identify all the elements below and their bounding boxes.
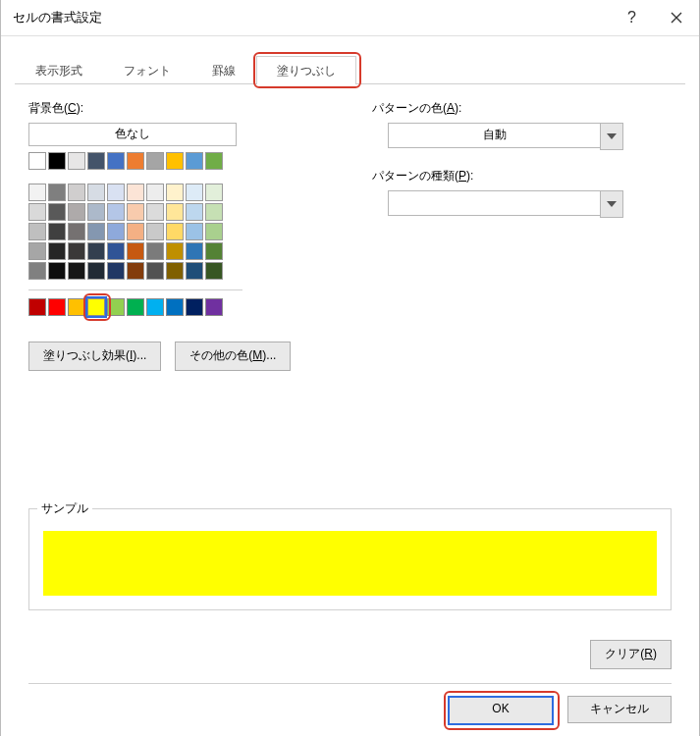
standard-color-swatch[interactable] — [127, 298, 144, 316]
pattern-type-value — [388, 190, 601, 216]
close-button[interactable] — [654, 0, 699, 35]
cancel-button[interactable]: キャンセル — [567, 696, 672, 723]
sample-preview — [43, 531, 657, 596]
standard-color-swatch[interactable] — [205, 298, 223, 316]
color-swatch[interactable] — [166, 242, 184, 260]
color-swatch[interactable] — [205, 223, 223, 240]
color-swatch[interactable] — [166, 184, 184, 201]
color-swatch[interactable] — [107, 152, 125, 170]
color-swatch[interactable] — [186, 242, 203, 260]
color-swatch[interactable] — [127, 203, 144, 221]
color-swatch[interactable] — [127, 262, 144, 280]
sample-section: サンプル — [28, 508, 672, 610]
help-button[interactable]: ? — [609, 0, 654, 35]
color-swatch[interactable] — [127, 184, 144, 201]
pattern-type-dropdown-button[interactable] — [600, 190, 623, 218]
tab-fill[interactable]: 塗りつぶし — [256, 56, 356, 84]
standard-color-swatch[interactable] — [107, 298, 125, 316]
color-swatch[interactable] — [48, 184, 66, 201]
color-swatch[interactable] — [68, 242, 85, 260]
no-color-button[interactable]: 色なし — [28, 123, 237, 146]
color-swatch[interactable] — [186, 152, 203, 170]
color-swatch[interactable] — [205, 262, 223, 280]
color-swatch[interactable] — [127, 242, 144, 260]
standard-color-swatch[interactable] — [68, 298, 85, 316]
color-swatch[interactable] — [87, 203, 105, 221]
color-swatch[interactable] — [146, 203, 164, 221]
background-color-section: 背景色(C): 色なし 塗りつぶし効果(I)... その他の色(M)... — [28, 100, 323, 371]
color-swatch[interactable] — [107, 203, 125, 221]
color-swatch[interactable] — [186, 203, 203, 221]
color-swatch[interactable] — [186, 184, 203, 201]
pattern-color-dropdown-button[interactable] — [600, 123, 623, 150]
color-swatch[interactable] — [68, 262, 85, 280]
pattern-color-label: パターンの色(A): — [372, 100, 672, 117]
standard-color-swatch[interactable] — [28, 298, 46, 316]
color-swatch[interactable] — [166, 203, 184, 221]
tab-border[interactable]: 罫線 — [191, 56, 256, 84]
standard-color-swatch[interactable] — [146, 298, 164, 316]
color-swatch[interactable] — [87, 242, 105, 260]
color-swatch[interactable] — [28, 242, 46, 260]
color-swatch[interactable] — [146, 262, 164, 280]
color-swatch[interactable] — [28, 223, 46, 240]
color-swatch[interactable] — [186, 262, 203, 280]
more-colors-button[interactable]: その他の色(M)... — [175, 342, 291, 371]
color-swatch[interactable] — [87, 152, 105, 170]
tab-strip: 表示形式 フォント 罫線 塗りつぶし — [15, 50, 685, 84]
color-swatch[interactable] — [28, 262, 46, 280]
color-swatch[interactable] — [107, 223, 125, 240]
fill-effects-button[interactable]: 塗りつぶし効果(I)... — [28, 342, 161, 371]
color-swatch[interactable] — [87, 223, 105, 240]
pattern-color-combo[interactable]: 自動 — [388, 123, 623, 150]
svg-text:?: ? — [627, 9, 636, 26]
pattern-type-label: パターンの種類(P): — [372, 168, 672, 184]
background-color-label: 背景色(C): — [28, 100, 323, 117]
color-swatch[interactable] — [68, 203, 85, 221]
tab-number-format[interactable]: 表示形式 — [15, 56, 103, 84]
color-swatch[interactable] — [166, 152, 184, 170]
pattern-type-combo[interactable] — [388, 190, 623, 218]
color-swatch[interactable] — [107, 184, 125, 201]
color-swatch[interactable] — [48, 152, 66, 170]
color-swatch[interactable] — [48, 242, 66, 260]
standard-color-swatch[interactable] — [48, 298, 66, 316]
color-swatch[interactable] — [68, 184, 85, 201]
color-swatch[interactable] — [48, 223, 66, 240]
color-swatch[interactable] — [146, 242, 164, 260]
color-swatch[interactable] — [68, 223, 85, 240]
tab-font[interactable]: フォント — [103, 56, 191, 84]
color-swatch[interactable] — [28, 152, 46, 170]
color-swatch[interactable] — [87, 184, 105, 201]
standard-color-swatch[interactable] — [186, 298, 203, 316]
standard-color-swatch[interactable] — [166, 298, 184, 316]
color-swatch[interactable] — [68, 152, 85, 170]
color-swatch[interactable] — [48, 262, 66, 280]
color-swatch[interactable] — [127, 223, 144, 240]
color-swatch[interactable] — [48, 203, 66, 221]
color-divider — [28, 289, 242, 290]
standard-color-row — [28, 298, 323, 316]
pattern-section: パターンの色(A): 自動 パターンの種類(P): — [372, 100, 672, 371]
color-swatch[interactable] — [28, 184, 46, 201]
color-swatch[interactable] — [107, 262, 125, 280]
color-swatch[interactable] — [205, 203, 223, 221]
clear-button[interactable]: クリア(R) — [590, 640, 672, 669]
color-swatch[interactable] — [205, 184, 223, 201]
color-swatch[interactable] — [166, 223, 184, 240]
color-swatch[interactable] — [146, 152, 164, 170]
color-swatch[interactable] — [87, 262, 105, 280]
standard-color-swatch[interactable] — [87, 298, 105, 316]
color-swatch[interactable] — [146, 184, 164, 201]
ok-button[interactable]: OK — [448, 696, 554, 725]
dialog-title: セルの書式設定 — [13, 9, 102, 26]
color-swatch[interactable] — [28, 203, 46, 221]
color-swatch[interactable] — [205, 152, 223, 170]
color-swatch[interactable] — [146, 223, 164, 240]
color-swatch[interactable] — [186, 223, 203, 240]
footer-divider — [28, 683, 672, 684]
color-swatch[interactable] — [166, 262, 184, 280]
color-swatch[interactable] — [205, 242, 223, 260]
color-swatch[interactable] — [107, 242, 125, 260]
color-swatch[interactable] — [127, 152, 144, 170]
